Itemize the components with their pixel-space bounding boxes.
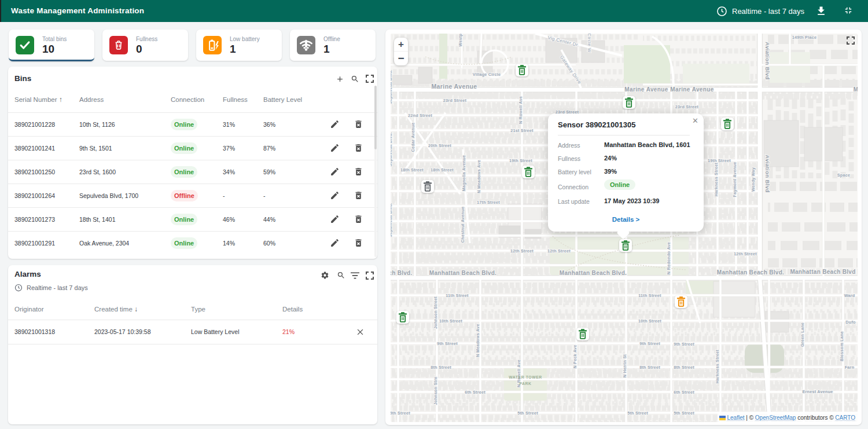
svg-text:Ernest Avenue: Ernest Avenue <box>802 389 833 394</box>
svg-text:Westport: Westport <box>458 34 463 47</box>
svg-text:Manhattan Beach Blvd.: Manhattan Beach Blvd. <box>429 270 496 276</box>
svg-text:Aviation Blvd: Aviation Blvd <box>764 42 771 80</box>
svg-text:22nd Street: 22nd Street <box>408 113 432 118</box>
svg-text:Sepulveda Blvd.: Sepulveda Blvd. <box>391 69 393 104</box>
svg-text:17th Street: 17th Street <box>477 200 500 205</box>
svg-text:Sepulveda Blvd.: Sepulveda Blvd. <box>391 203 393 237</box>
svg-text:Marine Avenue: Marine Avenue <box>624 86 668 93</box>
svg-text:18th Street: 18th Street <box>431 167 454 173</box>
svg-text:19th Street: 19th Street <box>708 158 731 163</box>
svg-text:N Peck Ave: N Peck Ave <box>572 344 578 368</box>
svg-text:Village Circle: Village Circle <box>473 72 501 77</box>
svg-text:8th Street: 8th Street <box>639 365 660 370</box>
svg-text:Manhattan Beach Blvd.: Manhattan Beach Blvd. <box>560 270 627 276</box>
svg-text:5th Street: 5th Street <box>674 410 694 416</box>
svg-text:Harkness Street: Harkness Street <box>715 349 720 383</box>
svg-text:5th Street: 5th Street <box>391 410 410 416</box>
svg-text:Aviation Blvd: Aviation Blvd <box>764 155 771 193</box>
svg-text:20th Street: 20th Street <box>428 143 451 148</box>
svg-text:Chestnut Avenue: Chestnut Avenue <box>460 207 465 243</box>
svg-text:12th Street: 12th Street <box>510 248 534 254</box>
svg-text:9th Street: 9th Street <box>639 341 660 346</box>
svg-text:Marine Avenue: Marine Avenue <box>670 86 714 93</box>
svg-text:9th Street: 9th Street <box>674 342 694 347</box>
svg-text:19th Street: 19th Street <box>509 158 532 163</box>
svg-text:23rd Street: 23rd Street <box>675 104 699 109</box>
svg-text:12th Street: 12th Street <box>734 251 757 256</box>
svg-text:10th Street: 10th Street <box>638 318 661 324</box>
svg-text:10th Street: 10th Street <box>439 318 462 324</box>
svg-text:WATER TOWER: WATER TOWER <box>509 375 542 379</box>
svg-text:Cedar Avenue: Cedar Avenue <box>410 123 415 152</box>
svg-text:Johnson Street: Johnson Street <box>433 296 438 329</box>
svg-text:Marine Avenue: Marine Avenue <box>431 83 477 90</box>
svg-text:9th Street: 9th Street <box>437 341 458 346</box>
svg-text:8th Street: 8th Street <box>431 365 451 370</box>
svg-text:5th Street: 5th Street <box>517 410 538 416</box>
svg-text:Circle W: Circle W <box>587 34 592 53</box>
svg-text:Manhattan Beach Blvd.: Manhattan Beach Blvd. <box>717 269 784 276</box>
svg-text:11th Street: 11th Street <box>638 293 661 298</box>
svg-text:Dufo: Dufo <box>845 320 856 325</box>
svg-text:Marine: Marine <box>854 86 858 93</box>
svg-text:Farn: Farn <box>845 365 855 370</box>
svg-text:11th Street: 11th Street <box>446 293 469 298</box>
svg-text:Manhattan Beach Blvd: Manhattan Beach Blvd <box>790 269 855 275</box>
svg-text:12th Street: 12th Street <box>547 248 571 254</box>
svg-text:N Herrin St: N Herrin St <box>622 354 627 378</box>
svg-text:Blossom Lane: Blossom Lane <box>839 331 844 361</box>
svg-text:Magnolia Avenue: Magnolia Avenue <box>461 155 466 191</box>
svg-text:23rd Street: 23rd Street <box>443 98 467 103</box>
svg-text:Space: Space <box>837 173 850 178</box>
svg-text:Johnson Stre: Johnson Stre <box>433 377 438 405</box>
svg-text:Faymont Avenue: Faymont Avenue <box>732 162 737 197</box>
svg-text:ach Blvd.: ach Blvd. <box>391 270 413 276</box>
svg-text:8th Street: 8th Street <box>674 365 694 370</box>
svg-text:149th Place: 149th Place <box>792 35 816 40</box>
svg-text:Ward: Ward <box>844 293 855 298</box>
svg-text:N Redondo Ave: N Redondo Ave <box>666 242 671 274</box>
svg-text:N Rowell Ave: N Rowell Ave <box>518 96 523 124</box>
svg-text:6th Street: 6th Street <box>674 390 694 395</box>
svg-text:N Meadows Ave: N Meadows Ave <box>476 160 481 193</box>
svg-text:6th Street: 6th Street <box>465 390 486 395</box>
svg-text:Wendy Way: Wendy Way <box>751 167 756 192</box>
svg-text:Green Lane: Green Lane <box>800 322 805 347</box>
svg-text:Harkness Street: Harkness Street <box>713 162 719 196</box>
svg-text:PARK: PARK <box>519 382 531 386</box>
svg-text:N Meadows Ave: N Meadows Ave <box>475 324 480 357</box>
svg-text:21st Street: 21st Street <box>510 128 534 133</box>
svg-text:5th Street: 5th Street <box>627 410 648 416</box>
svg-text:Sepulveda Blvd.: Sepulveda Blvd. <box>391 132 393 166</box>
svg-text:18th Street: 18th Street <box>400 167 424 173</box>
